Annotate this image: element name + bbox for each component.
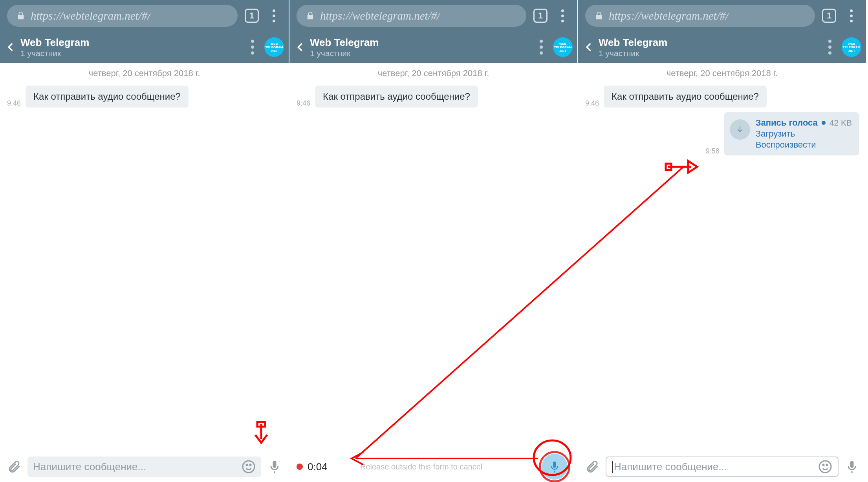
- tabs-button[interactable]: 1: [822, 9, 836, 23]
- message-input-placeholder: Напишите сообщение...: [612, 461, 814, 473]
- voice-title: Запись голоса: [756, 118, 818, 128]
- chat-body: четверг, 20 сентября 2018 г. 9:46 Как от…: [0, 63, 289, 451]
- emoji-icon[interactable]: [818, 460, 832, 474]
- download-button[interactable]: [730, 119, 750, 140]
- chat-menu-button[interactable]: [251, 40, 254, 55]
- back-arrow-icon[interactable]: [584, 42, 595, 53]
- chat-title-block[interactable]: Web Telegram 1 участник: [20, 37, 247, 58]
- message-bubble[interactable]: Как отправить аудио сообщение?: [315, 86, 478, 108]
- recording-bar: 0:04 Release outside this form to cancel: [289, 451, 577, 482]
- voice-play-link[interactable]: Воспроизвести: [756, 140, 852, 150]
- svg-point-3: [819, 461, 831, 473]
- input-bar: Напишите сообщение...: [578, 451, 866, 482]
- url-text: https://webtelegram.net/#/: [609, 9, 729, 22]
- chat-header: Web Telegram 1 участник WEB TELEGRAM .NE…: [289, 31, 577, 63]
- message-row: 9:46 Как отправить аудио сообщение?: [585, 86, 859, 108]
- message-input[interactable]: Напишите сообщение...: [27, 456, 261, 477]
- microphone-icon[interactable]: [267, 460, 282, 474]
- download-arrow-icon: [735, 125, 745, 134]
- date-divider: четверг, 20 сентября 2018 г.: [585, 68, 859, 79]
- chat-title-block[interactable]: Web Telegram 1 участник: [310, 37, 536, 58]
- lock-icon: [306, 11, 315, 21]
- svg-point-0: [243, 461, 255, 473]
- chat-menu-button[interactable]: [828, 40, 831, 55]
- microphone-icon[interactable]: [845, 460, 859, 474]
- url-text: https://webtelegram.net/#/: [31, 9, 150, 22]
- recording-status: 0:04: [297, 461, 328, 473]
- svg-point-4: [823, 464, 824, 466]
- lock-icon: [595, 11, 603, 21]
- message-time: 9:46: [297, 99, 310, 108]
- svg-point-2: [250, 464, 251, 466]
- recording-hint: Release outside this form to cancel: [360, 462, 482, 471]
- chat-title: Web Telegram: [310, 37, 536, 49]
- phone-screen-1: https://webtelegram.net/#/ 1 Web Telegra…: [0, 0, 289, 482]
- url-text: https://webtelegram.net/#/: [320, 9, 440, 22]
- date-divider: четверг, 20 сентября 2018 г.: [7, 68, 282, 79]
- url-bar[interactable]: https://webtelegram.net/#/: [297, 5, 526, 27]
- browser-bar: https://webtelegram.net/#/ 1: [289, 0, 577, 31]
- voice-download-link[interactable]: Загрузить: [756, 129, 852, 139]
- voice-size: 42 KB: [830, 118, 852, 128]
- chat-title: Web Telegram: [599, 37, 824, 49]
- tabs-button[interactable]: 1: [533, 9, 548, 23]
- message-input-placeholder: Напишите сообщение...: [33, 461, 238, 473]
- svg-point-1: [246, 464, 247, 466]
- avatar[interactable]: WEB TELEGRAM .NET: [553, 37, 573, 57]
- input-bar: Напишите сообщение...: [0, 451, 289, 482]
- message-time: 9:58: [706, 147, 720, 155]
- message-bubble[interactable]: Как отправить аудио сообщение?: [604, 86, 767, 108]
- message-bubble[interactable]: Как отправить аудио сообщение?: [26, 86, 189, 108]
- chat-title-block[interactable]: Web Telegram 1 участник: [599, 37, 824, 58]
- chat-header: Web Telegram 1 участник WEB TELEGRAM .NE…: [0, 31, 289, 63]
- emoji-icon[interactable]: [242, 460, 256, 474]
- message-time: 9:46: [585, 99, 599, 108]
- recording-time: 0:04: [308, 461, 328, 473]
- message-row: 9:46 Как отправить аудио сообщение?: [7, 86, 282, 108]
- back-arrow-icon[interactable]: [295, 42, 306, 53]
- voice-message-row: 9:58 Запись голоса 42 KB Загрузить Воспр…: [706, 112, 859, 155]
- microphone-active-button[interactable]: [539, 451, 570, 482]
- chat-subtitle: 1 участник: [599, 49, 824, 58]
- date-divider: четверг, 20 сентября 2018 г.: [297, 68, 570, 79]
- message-time: 9:46: [7, 99, 21, 108]
- chat-header: Web Telegram 1 участник WEB TELEGRAM .NE…: [578, 31, 866, 63]
- back-arrow-icon[interactable]: [5, 42, 16, 53]
- browser-bar: https://webtelegram.net/#/ 1: [578, 0, 866, 31]
- tabs-button[interactable]: 1: [245, 9, 259, 23]
- url-bar[interactable]: https://webtelegram.net/#/: [585, 5, 815, 27]
- url-bar[interactable]: https://webtelegram.net/#/: [7, 5, 238, 27]
- chat-menu-button[interactable]: [540, 40, 543, 55]
- voice-info: Запись голоса 42 KB Загрузить Воспроизве…: [756, 118, 852, 150]
- chat-body: четверг, 20 сентября 2018 г. 9:46 Как от…: [578, 63, 866, 451]
- browser-menu-button[interactable]: [843, 8, 859, 24]
- voice-top-line: Запись голоса 42 KB: [756, 118, 852, 128]
- microphone-icon: [548, 460, 561, 473]
- attach-icon[interactable]: [585, 460, 599, 474]
- browser-menu-button[interactable]: [555, 8, 570, 24]
- svg-point-5: [826, 464, 828, 466]
- message-input[interactable]: Напишите сообщение...: [606, 456, 839, 477]
- attach-icon[interactable]: [7, 460, 21, 474]
- chat-body: четверг, 20 сентября 2018 г. 9:46 Как от…: [289, 63, 577, 451]
- browser-menu-button[interactable]: [266, 8, 282, 24]
- chat-subtitle: 1 участник: [20, 49, 247, 58]
- phone-screen-3: https://webtelegram.net/#/ 1 Web Telegra…: [577, 0, 866, 482]
- phone-screen-2: https://webtelegram.net/#/ 1 Web Telegra…: [289, 0, 577, 482]
- avatar[interactable]: WEB TELEGRAM .NET: [842, 37, 861, 57]
- recording-dot-icon: [297, 464, 303, 470]
- lock-icon: [16, 11, 25, 21]
- chat-subtitle: 1 участник: [310, 49, 536, 58]
- message-row: 9:46 Как отправить аудио сообщение?: [297, 86, 570, 108]
- browser-bar: https://webtelegram.net/#/ 1: [0, 0, 289, 31]
- voice-message-bubble[interactable]: Запись голоса 42 KB Загрузить Воспроизве…: [724, 112, 859, 155]
- chat-title: Web Telegram: [20, 37, 247, 49]
- voice-status-dot-icon: [822, 121, 826, 125]
- avatar[interactable]: WEB TELEGRAM .NET: [264, 37, 284, 57]
